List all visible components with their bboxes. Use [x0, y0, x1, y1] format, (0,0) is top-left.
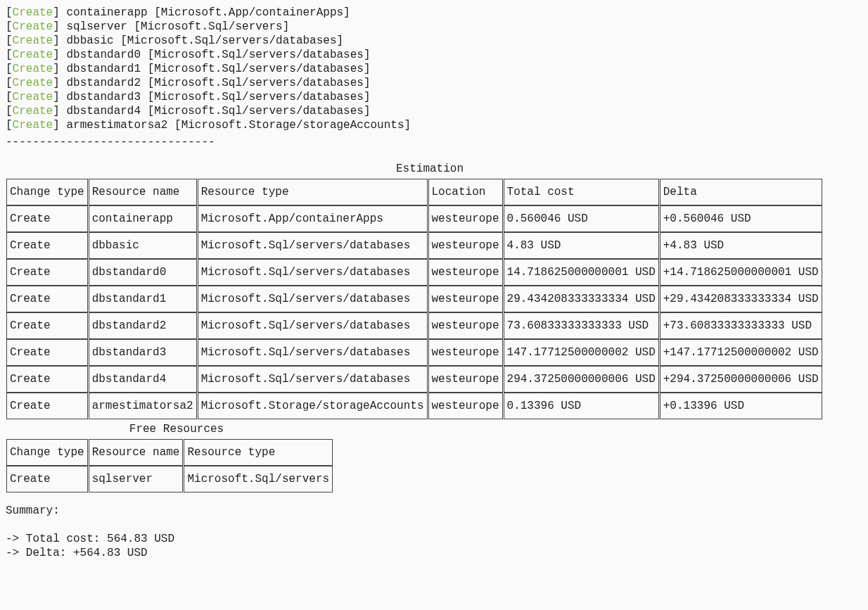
table-cell: dbstandard2	[89, 312, 197, 339]
table-cell: +0.13396 USD	[660, 393, 822, 419]
table-header-cell: Resource type	[198, 179, 428, 205]
table-cell: westeurope	[428, 312, 503, 339]
summary-total-cost: -> Total cost: 564.83 USD	[6, 532, 862, 546]
summary-blank	[6, 518, 862, 532]
table-cell: Create	[6, 205, 88, 232]
action-tag: Create	[13, 34, 53, 47]
table-cell: Create	[6, 366, 88, 393]
table-cell: dbstandard3	[89, 339, 197, 366]
table-row: CreatedbbasicMicrosoft.Sql/servers/datab…	[6, 232, 822, 259]
estimation-table: Change typeResource nameResource typeLoc…	[6, 179, 823, 419]
table-cell: westeurope	[428, 205, 503, 232]
log-line: [Create] dbstandard1 [Microsoft.Sql/serv…	[6, 62, 862, 76]
table-cell: westeurope	[428, 366, 503, 393]
table-cell: +29.434208333333334 USD	[660, 286, 822, 312]
table-cell: +0.560046 USD	[660, 205, 822, 232]
table-cell: 0.13396 USD	[504, 393, 659, 419]
action-tag: Create	[13, 77, 53, 89]
log-line: [Create] sqlserver [Microsoft.Sql/server…	[6, 20, 862, 34]
action-tag: Create	[13, 119, 53, 132]
table-row: Createdbstandard2Microsoft.Sql/servers/d…	[6, 312, 822, 339]
summary-delta: -> Delta: +564.83 USD	[6, 546, 862, 560]
table-cell: dbstandard4	[89, 366, 197, 393]
table-cell: westeurope	[428, 393, 503, 419]
create-log: [Create] containerapp [Microsoft.App/con…	[6, 6, 862, 132]
free-resources-block: Free ResourcesChange typeResource nameRe…	[6, 422, 862, 493]
table-cell: dbbasic	[89, 232, 197, 259]
table-cell: containerapp	[89, 205, 197, 232]
log-line: [Create] dbstandard3 [Microsoft.Sql/serv…	[6, 90, 862, 104]
table-cell: 0.560046 USD	[504, 205, 659, 232]
table-cell: Microsoft.Sql/servers/databases	[198, 286, 428, 312]
table-cell: 29.434208333333334 USD	[504, 286, 659, 312]
table-header-row: Change typeResource nameResource typeLoc…	[6, 179, 822, 205]
table-cell: Create	[6, 232, 88, 259]
table-header-cell: Total cost	[504, 179, 659, 205]
table-cell: +147.17712500000002 USD	[660, 339, 822, 366]
table-cell: Microsoft.Sql/servers/databases	[198, 339, 428, 366]
divider-line: -------------------------------	[6, 135, 862, 149]
action-tag: Create	[13, 6, 53, 19]
log-line: [Create] dbbasic [Microsoft.Sql/servers/…	[6, 34, 862, 48]
table-row: Createdbstandard1Microsoft.Sql/servers/d…	[6, 286, 822, 312]
table-cell: dbstandard1	[89, 286, 197, 312]
table-row: CreatecontainerappMicrosoft.App/containe…	[6, 205, 822, 232]
table-cell: Microsoft.Sql/servers/databases	[198, 366, 428, 393]
table-row: CreatesqlserverMicrosoft.Sql/servers	[6, 466, 333, 493]
table-header-cell: Resource name	[89, 439, 184, 466]
table-cell: Create	[6, 312, 88, 339]
log-line: [Create] armestimatorsa2 [Microsoft.Stor…	[6, 118, 862, 132]
table-cell: 4.83 USD	[504, 232, 659, 259]
action-tag: Create	[13, 91, 53, 103]
action-tag: Create	[13, 63, 53, 75]
table-cell: Create	[6, 466, 88, 493]
table-cell: +294.37250000000006 USD	[660, 366, 822, 393]
table-cell: 294.37250000000006 USD	[504, 366, 659, 393]
table-cell: +4.83 USD	[660, 232, 822, 259]
table-cell: +73.60833333333333 USD	[660, 312, 822, 339]
free-resources-title: Free Resources	[6, 422, 347, 436]
table-cell: Create	[6, 286, 88, 312]
table-cell: +14.718625000000001 USD	[660, 259, 822, 286]
action-tag: Create	[13, 49, 53, 61]
table-cell: westeurope	[428, 232, 503, 259]
table-row: Createdbstandard0Microsoft.Sql/servers/d…	[6, 259, 822, 286]
table-cell: armestimatorsa2	[89, 393, 197, 419]
log-line: [Create] dbstandard2 [Microsoft.Sql/serv…	[6, 76, 862, 90]
action-tag: Create	[13, 20, 53, 33]
table-cell: Create	[6, 339, 88, 366]
table-row: Createarmestimatorsa2Microsoft.Storage/s…	[6, 393, 822, 419]
table-cell: 73.60833333333333 USD	[504, 312, 659, 339]
table-header-row: Change typeResource nameResource type	[6, 439, 333, 466]
log-line: [Create] containerapp [Microsoft.App/con…	[6, 6, 862, 20]
estimation-title: Estimation	[6, 162, 854, 176]
table-header-cell: Delta	[660, 179, 822, 205]
table-cell: sqlserver	[89, 466, 184, 493]
log-line: [Create] dbstandard4 [Microsoft.Sql/serv…	[6, 104, 862, 118]
table-cell: Microsoft.App/containerApps	[198, 205, 428, 232]
table-cell: Microsoft.Sql/servers/databases	[198, 232, 428, 259]
summary-block: Summary: -> Total cost: 564.83 USD -> De…	[6, 504, 862, 560]
table-cell: 147.17712500000002 USD	[504, 339, 659, 366]
table-cell: Create	[6, 393, 88, 419]
table-cell: Create	[6, 259, 88, 286]
table-header-cell: Location	[428, 179, 503, 205]
summary-label: Summary:	[6, 504, 862, 518]
estimation-block: EstimationChange typeResource nameResour…	[6, 162, 862, 419]
table-cell: westeurope	[428, 286, 503, 312]
table-row: Createdbstandard4Microsoft.Sql/servers/d…	[6, 366, 822, 393]
action-tag: Create	[13, 105, 53, 117]
table-header-cell: Resource type	[184, 439, 333, 466]
table-cell: 14.718625000000001 USD	[504, 259, 659, 286]
table-cell: Microsoft.Sql/servers	[184, 466, 333, 493]
table-cell: Microsoft.Storage/storageAccounts	[198, 393, 428, 419]
table-header-cell: Change type	[6, 179, 88, 205]
table-row: Createdbstandard3Microsoft.Sql/servers/d…	[6, 339, 822, 366]
table-cell: dbstandard0	[89, 259, 197, 286]
table-cell: Microsoft.Sql/servers/databases	[198, 259, 428, 286]
table-cell: Microsoft.Sql/servers/databases	[198, 312, 428, 339]
table-header-cell: Change type	[6, 439, 88, 466]
table-cell: westeurope	[428, 259, 503, 286]
log-line: [Create] dbstandard0 [Microsoft.Sql/serv…	[6, 48, 862, 62]
table-cell: westeurope	[428, 339, 503, 366]
